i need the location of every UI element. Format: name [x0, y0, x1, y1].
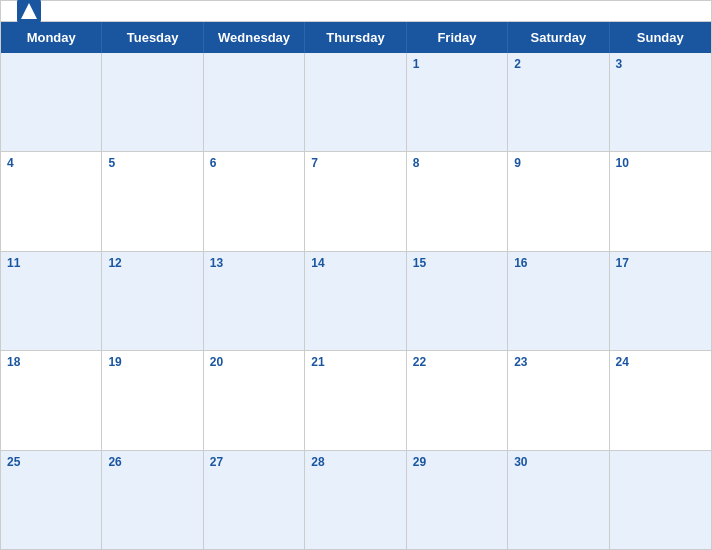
day-number: 22 — [413, 355, 501, 369]
day-cell-14: 14 — [305, 252, 406, 350]
day-number: 11 — [7, 256, 95, 270]
day-cell-10: 10 — [610, 152, 711, 250]
day-number: 26 — [108, 455, 196, 469]
day-number: 20 — [210, 355, 298, 369]
day-number: 30 — [514, 455, 602, 469]
week-row-2: 45678910 — [1, 152, 711, 251]
empty-cell — [204, 53, 305, 151]
day-cell-17: 17 — [610, 252, 711, 350]
day-cell-2: 2 — [508, 53, 609, 151]
day-cell-13: 13 — [204, 252, 305, 350]
day-cell-8: 8 — [407, 152, 508, 250]
day-cell-24: 24 — [610, 351, 711, 449]
day-number: 25 — [7, 455, 95, 469]
day-number: 4 — [7, 156, 95, 170]
week-row-5: 252627282930 — [1, 451, 711, 549]
day-number: 1 — [413, 57, 501, 71]
day-number: 24 — [616, 355, 705, 369]
day-header-monday: Monday — [1, 22, 102, 53]
day-cell-26: 26 — [102, 451, 203, 549]
day-number: 18 — [7, 355, 95, 369]
day-cell-12: 12 — [102, 252, 203, 350]
day-cell-19: 19 — [102, 351, 203, 449]
week-row-1: 123 — [1, 53, 711, 152]
day-cell-23: 23 — [508, 351, 609, 449]
day-number: 10 — [616, 156, 705, 170]
week-row-4: 18192021222324 — [1, 351, 711, 450]
day-number: 6 — [210, 156, 298, 170]
day-header-tuesday: Tuesday — [102, 22, 203, 53]
day-number: 28 — [311, 455, 399, 469]
day-header-wednesday: Wednesday — [204, 22, 305, 53]
day-cell-6: 6 — [204, 152, 305, 250]
day-number: 29 — [413, 455, 501, 469]
logo-area — [17, 0, 45, 23]
day-header-friday: Friday — [407, 22, 508, 53]
day-number: 16 — [514, 256, 602, 270]
logo-icon — [17, 0, 41, 23]
day-number: 13 — [210, 256, 298, 270]
empty-cell — [102, 53, 203, 151]
empty-cell — [610, 451, 711, 549]
day-cell-5: 5 — [102, 152, 203, 250]
day-header-sunday: Sunday — [610, 22, 711, 53]
day-cell-9: 9 — [508, 152, 609, 250]
empty-cell — [305, 53, 406, 151]
calendar: MondayTuesdayWednesdayThursdayFridaySatu… — [0, 0, 712, 550]
day-cell-16: 16 — [508, 252, 609, 350]
empty-cell — [1, 53, 102, 151]
day-cell-20: 20 — [204, 351, 305, 449]
day-number: 2 — [514, 57, 602, 71]
day-cell-25: 25 — [1, 451, 102, 549]
day-cell-29: 29 — [407, 451, 508, 549]
day-cell-7: 7 — [305, 152, 406, 250]
day-cell-30: 30 — [508, 451, 609, 549]
day-number: 8 — [413, 156, 501, 170]
day-number: 15 — [413, 256, 501, 270]
day-number: 3 — [616, 57, 705, 71]
calendar-header — [1, 1, 711, 21]
day-header-thursday: Thursday — [305, 22, 406, 53]
day-number: 14 — [311, 256, 399, 270]
day-cell-27: 27 — [204, 451, 305, 549]
day-cell-1: 1 — [407, 53, 508, 151]
day-cell-3: 3 — [610, 53, 711, 151]
day-cell-4: 4 — [1, 152, 102, 250]
day-cell-18: 18 — [1, 351, 102, 449]
day-number: 21 — [311, 355, 399, 369]
day-cell-15: 15 — [407, 252, 508, 350]
day-cell-11: 11 — [1, 252, 102, 350]
day-cell-22: 22 — [407, 351, 508, 449]
day-number: 19 — [108, 355, 196, 369]
day-number: 23 — [514, 355, 602, 369]
day-number: 5 — [108, 156, 196, 170]
weeks-container: 1234567891011121314151617181920212223242… — [1, 53, 711, 549]
day-number: 12 — [108, 256, 196, 270]
day-cell-21: 21 — [305, 351, 406, 449]
day-header-saturday: Saturday — [508, 22, 609, 53]
day-headers: MondayTuesdayWednesdayThursdayFridaySatu… — [1, 22, 711, 53]
day-number: 17 — [616, 256, 705, 270]
day-cell-28: 28 — [305, 451, 406, 549]
week-row-3: 11121314151617 — [1, 252, 711, 351]
day-number: 27 — [210, 455, 298, 469]
calendar-grid: MondayTuesdayWednesdayThursdayFridaySatu… — [1, 21, 711, 549]
day-number: 7 — [311, 156, 399, 170]
day-number: 9 — [514, 156, 602, 170]
